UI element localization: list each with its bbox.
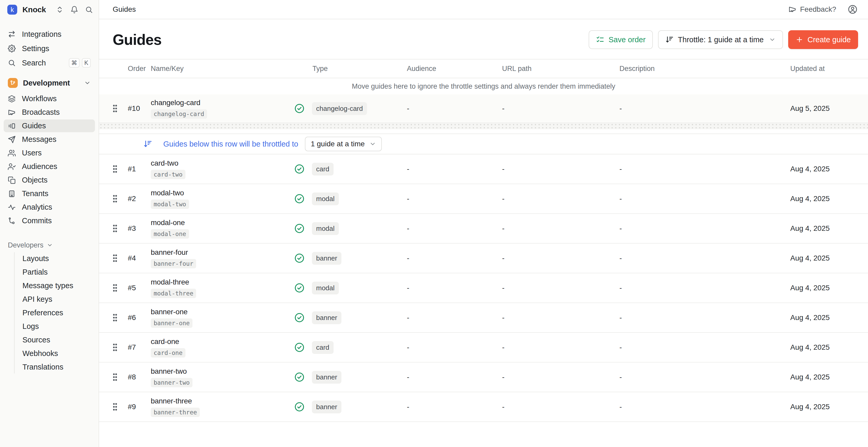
table-row[interactable]: #6 banner-one banner-one banner - - - Au… <box>99 303 868 333</box>
create-guide-button[interactable]: Create guide <box>788 30 858 49</box>
guide-name[interactable]: card-two <box>151 159 178 167</box>
drag-handle[interactable] <box>112 373 128 382</box>
guide-name[interactable]: modal-one <box>151 219 185 227</box>
table-row[interactable]: #3 modal-one modal-one modal - - - Aug 4… <box>99 214 868 244</box>
notifications-button[interactable] <box>70 6 78 13</box>
sidebar-item-preferences[interactable]: Preferences <box>18 307 95 319</box>
sidebar-item-sources[interactable]: Sources <box>18 333 95 346</box>
sidebar-item-guides[interactable]: Guides <box>4 120 95 132</box>
drag-handle[interactable] <box>112 254 128 263</box>
sidebar-item-api-keys[interactable]: API keys <box>18 293 95 306</box>
environment-switcher[interactable]: Development <box>4 76 95 90</box>
drag-handle[interactable] <box>112 224 128 233</box>
environment-icon <box>8 78 18 88</box>
sidebar-item-users[interactable]: Users <box>4 147 95 159</box>
column-header-name-key: Name/Key <box>151 65 294 73</box>
developers-section-label: Developers <box>8 241 43 249</box>
sidebar-item-logs[interactable]: Logs <box>18 320 95 333</box>
order-number: #7 <box>128 343 151 352</box>
active-check-icon <box>294 313 305 323</box>
guide-name[interactable]: banner-three <box>151 397 192 405</box>
table-row[interactable]: #7 card-one card-one card - - - Aug 4, 2… <box>99 333 868 362</box>
table-row[interactable]: #10 changelog-card changelog-card change… <box>99 94 868 123</box>
sidebar-item-partials[interactable]: Partials <box>18 266 95 279</box>
search-icon <box>85 6 93 13</box>
sidebar-item-tenants[interactable]: Tenants <box>4 187 95 200</box>
feedback-button[interactable]: Feedback? <box>788 5 836 13</box>
sidebar-item-message-types[interactable]: Message types <box>18 279 95 292</box>
search-button[interactable] <box>85 6 93 13</box>
updated-at-value: Aug 4, 2025 <box>790 343 854 352</box>
sidebar-item-commits[interactable]: Commits <box>4 214 95 227</box>
guide-type-badge: changelog-card <box>312 102 367 115</box>
sidebar-item-objects[interactable]: Objects <box>4 174 95 187</box>
developers-section-toggle[interactable]: Developers <box>4 240 95 251</box>
order-number: #4 <box>128 254 151 262</box>
guide-name[interactable]: banner-four <box>151 248 188 257</box>
workspace-switcher[interactable]: k Knock <box>0 0 99 19</box>
account-menu-button[interactable] <box>848 4 858 14</box>
updated-at-value: Aug 4, 2025 <box>790 195 854 203</box>
guide-key-badge: modal-two <box>151 199 189 209</box>
sidebar-item-layouts[interactable]: Layouts <box>18 252 95 265</box>
guide-type-badge: banner <box>312 252 341 265</box>
feedback-label: Feedback? <box>800 5 836 13</box>
throttle-divider-text[interactable]: Guides below this row will be throttled … <box>163 140 298 149</box>
table-row[interactable]: #5 modal-three modal-three modal - - - A… <box>99 273 868 303</box>
throttle-amount-select[interactable]: 1 guide at a time <box>305 137 382 151</box>
table-row[interactable]: #1 card-two card-two card - - - Aug 4, 2… <box>99 154 868 184</box>
guide-name[interactable]: modal-two <box>151 189 184 197</box>
drag-handle[interactable] <box>112 403 128 411</box>
guide-name[interactable]: changelog-card <box>151 99 200 107</box>
throttle-boundary-dropzone[interactable] <box>99 123 868 129</box>
sidebar-item-analytics[interactable]: Analytics <box>4 201 95 214</box>
breadcrumb[interactable]: Guides <box>113 5 136 13</box>
k-key-badge: K <box>82 58 91 68</box>
url-path-value: - <box>502 314 619 322</box>
sidebar-item-label: Users <box>22 149 42 157</box>
sidebar-item-search[interactable]: Search ⌘ K <box>4 56 95 69</box>
table-row[interactable]: #2 modal-two modal-two modal - - - Aug 4… <box>99 184 868 214</box>
updated-at-value: Aug 4, 2025 <box>790 403 854 411</box>
drag-handle[interactable] <box>112 165 128 173</box>
sidebar-item-settings[interactable]: Settings <box>4 42 95 55</box>
sidebar-item-translations[interactable]: Translations <box>18 361 95 374</box>
sidebar-item-label: API keys <box>23 295 52 304</box>
table-row[interactable]: #8 banner-two banner-two banner - - - Au… <box>99 362 868 392</box>
sidebar-item-integrations[interactable]: Integrations <box>4 28 95 41</box>
audience-value: - <box>407 403 502 411</box>
order-number: #6 <box>128 314 151 322</box>
commit-route-icon <box>8 217 16 225</box>
table-row[interactable]: #9 banner-three banner-three banner - - … <box>99 392 868 422</box>
guide-name[interactable]: banner-one <box>151 308 188 316</box>
bell-icon <box>70 6 78 13</box>
guide-name[interactable]: card-one <box>151 338 179 346</box>
audience-value: - <box>407 343 502 352</box>
drag-handle[interactable] <box>112 284 128 292</box>
plus-icon <box>796 36 803 43</box>
guide-name[interactable]: banner-two <box>151 367 187 376</box>
description-value: - <box>619 314 790 322</box>
guide-name[interactable]: modal-three <box>151 278 189 286</box>
drag-handle[interactable] <box>112 343 128 352</box>
sidebar-item-webhooks[interactable]: Webhooks <box>18 347 95 360</box>
save-order-button[interactable]: Save order <box>589 30 653 49</box>
throttle-amount-value: 1 guide at a time <box>311 140 365 148</box>
table-row[interactable]: #4 banner-four banner-four banner - - - … <box>99 244 868 273</box>
sidebar-item-broadcasts[interactable]: Broadcasts <box>4 106 95 119</box>
drag-handle[interactable] <box>112 313 128 322</box>
megaphone-icon <box>8 108 16 116</box>
description-value: - <box>619 104 790 113</box>
sidebar-item-audiences[interactable]: Audiences <box>4 160 95 173</box>
save-order-label: Save order <box>609 35 646 44</box>
description-value: - <box>619 373 790 381</box>
sidebar-item-messages[interactable]: Messages <box>4 133 95 146</box>
sidebar-item-label: Message types <box>23 281 73 290</box>
guide-key-badge: banner-three <box>151 408 200 417</box>
sidebar-item-workflows[interactable]: Workflows <box>4 92 95 105</box>
drag-handle[interactable] <box>112 104 128 113</box>
description-value: - <box>619 165 790 173</box>
throttle-dropdown-button[interactable]: Throttle: 1 guide at a time <box>658 30 783 49</box>
workspace-selector-button[interactable] <box>56 6 64 13</box>
drag-handle[interactable] <box>112 194 128 203</box>
